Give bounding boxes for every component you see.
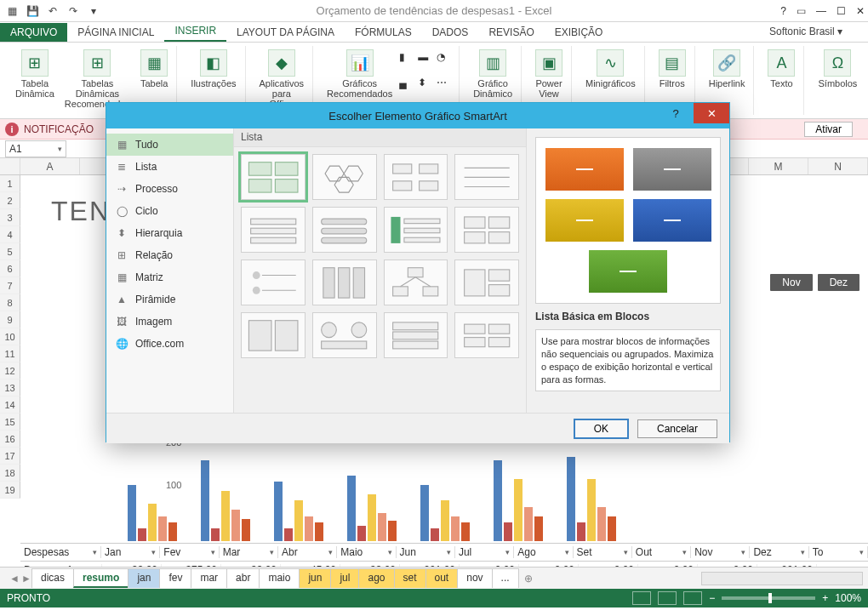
- hyperlink-button[interactable]: 🔗Hiperlink: [705, 48, 749, 90]
- symbols-button[interactable]: ΩSímbolos: [814, 48, 860, 90]
- layout-thumbnail[interactable]: [312, 312, 377, 358]
- layout-thumbnail[interactable]: [454, 154, 519, 200]
- undo-icon[interactable]: ↶: [46, 4, 60, 18]
- category-processo[interactable]: ⇢Processo: [106, 178, 233, 200]
- tab-view[interactable]: EXIBIÇÃO: [545, 23, 614, 42]
- recommended-pivot-button[interactable]: ⊞Tabelas Dinâmicas Recomendadas: [61, 48, 134, 111]
- tab-insert[interactable]: INSERIR: [164, 21, 226, 42]
- sheet-tab-nov[interactable]: nov: [457, 568, 492, 588]
- tab-review[interactable]: REVISÃO: [478, 23, 544, 42]
- expense-header-row[interactable]: Despesas▾Jan▾Fev▾Mar▾Abr▾Maio▾Jun▾Jul▾Ag…: [20, 543, 868, 562]
- layout-thumbnail[interactable]: [241, 207, 306, 253]
- dialog-close-button[interactable]: ✕: [694, 103, 729, 123]
- ok-button[interactable]: OK: [574, 419, 629, 439]
- layout-thumbnail[interactable]: [454, 207, 519, 253]
- layout-thumbnail[interactable]: [241, 154, 306, 200]
- layout-thumbnail[interactable]: [241, 312, 306, 358]
- svg-line-39: [415, 277, 431, 286]
- horizontal-scrollbar[interactable]: [701, 572, 863, 585]
- zoom-out-button[interactable]: −: [709, 592, 715, 604]
- tab-layout[interactable]: LAYOUT DA PÁGINA: [226, 23, 345, 42]
- view-normal-button[interactable]: [632, 591, 651, 605]
- svg-rect-17: [322, 219, 367, 225]
- maximize-icon[interactable]: ☐: [837, 5, 846, 17]
- svg-rect-1: [275, 162, 298, 174]
- layout-preview: [535, 137, 721, 304]
- sheet-tab-set[interactable]: set: [394, 568, 426, 588]
- table-button[interactable]: ▦Tabela: [137, 48, 171, 111]
- category-lista[interactable]: ≣Lista: [106, 156, 233, 178]
- name-box[interactable]: A1▾: [5, 140, 66, 157]
- preview-block: [633, 199, 711, 242]
- sheet-tab-...[interactable]: ...: [492, 568, 519, 588]
- layout-thumbnail[interactable]: [312, 207, 377, 253]
- tab-home[interactable]: PÁGINA INICIAL: [67, 23, 164, 42]
- text-button[interactable]: ATexto: [764, 48, 798, 90]
- layout-thumbnail[interactable]: [384, 312, 448, 358]
- sheet-tab-out[interactable]: out: [425, 568, 459, 588]
- tab-formulas[interactable]: FÓRMULAS: [345, 23, 422, 42]
- pivot-table-button[interactable]: ⊞Tabela Dinâmica: [12, 48, 58, 111]
- layout-thumbnail[interactable]: [384, 260, 448, 305]
- ribbon-toggle-icon[interactable]: ▭: [797, 5, 806, 17]
- svg-rect-27: [488, 231, 509, 242]
- tab-data[interactable]: DADOS: [422, 23, 479, 42]
- dialog-title-bar[interactable]: Escolher Elemento Gráfico SmartArt ? ✕: [106, 103, 729, 128]
- zoom-in-button[interactable]: +: [822, 592, 828, 604]
- layout-thumbnail[interactable]: [454, 260, 519, 305]
- layout-thumbnail[interactable]: [241, 260, 306, 305]
- sheet-tab-mar[interactable]: mar: [191, 568, 227, 588]
- recommended-charts-button[interactable]: 📊Gráficos Recomendados: [323, 48, 396, 100]
- save-icon[interactable]: 💾: [26, 4, 39, 18]
- dialog-help-button[interactable]: ?: [658, 103, 694, 123]
- category-office-com[interactable]: 🌐Office.com: [106, 333, 233, 355]
- qat-customize-icon[interactable]: ▾: [87, 4, 100, 18]
- row-headers[interactable]: 12345678910111213141516171819: [0, 175, 20, 499]
- category-matriz[interactable]: ▦Matriz: [106, 266, 233, 288]
- redo-icon[interactable]: ↷: [66, 4, 80, 18]
- sheet-tab-maio[interactable]: maio: [259, 568, 300, 588]
- sheet-nav-prev[interactable]: ◄: [9, 573, 20, 585]
- sheet-tab-dicas[interactable]: dicas: [31, 568, 74, 588]
- sheet-tab-fev[interactable]: fev: [159, 568, 191, 588]
- category-imagem[interactable]: 🖼Imagem: [106, 311, 233, 333]
- sparklines-button[interactable]: ∿Minigráficos: [582, 48, 639, 90]
- activate-button[interactable]: Ativar: [804, 122, 853, 137]
- cancel-button[interactable]: Cancelar: [637, 419, 717, 438]
- layout-thumbnail[interactable]: [454, 312, 519, 358]
- category-relação[interactable]: ⊞Relação: [106, 244, 233, 266]
- pivot-chart-button[interactable]: ▥Gráfico Dinâmico: [470, 48, 516, 100]
- sheet-nav-next[interactable]: ►: [20, 573, 32, 585]
- help-icon[interactable]: ?: [780, 5, 786, 17]
- sheet-tab-jan[interactable]: jan: [128, 568, 160, 588]
- category-ciclo[interactable]: ◯Ciclo: [106, 200, 233, 222]
- sheet-tab-abr[interactable]: abr: [226, 568, 260, 588]
- illustrations-button[interactable]: ◧Ilustrações: [187, 48, 239, 90]
- zoom-slider[interactable]: [722, 596, 815, 600]
- sheet-tab-resumo[interactable]: resumo: [73, 568, 128, 588]
- category-tudo[interactable]: ▦Tudo: [106, 134, 233, 156]
- power-view-button[interactable]: ▣Power View: [532, 48, 566, 100]
- chart-type-grid[interactable]: ▮▬◔▄⬍⋯: [399, 48, 454, 100]
- sheet-tab-jul[interactable]: jul: [330, 568, 359, 588]
- category-icon: ⬍: [115, 226, 128, 240]
- close-icon[interactable]: ✕: [856, 5, 865, 17]
- filters-button[interactable]: ▤Filtros: [655, 48, 689, 90]
- view-layout-button[interactable]: [658, 591, 677, 605]
- layout-thumbnail[interactable]: [384, 154, 448, 200]
- layout-thumbnail[interactable]: [312, 260, 377, 305]
- layout-thumbnail[interactable]: [312, 154, 377, 200]
- tab-file[interactable]: ARQUIVO: [0, 23, 67, 42]
- layout-thumbnail[interactable]: [384, 207, 448, 253]
- new-sheet-button[interactable]: ⊕: [519, 573, 538, 585]
- svg-marker-4: [326, 166, 345, 181]
- sheet-tab-jun[interactable]: jun: [299, 568, 331, 588]
- account-label[interactable]: Softonic Brasil ▾: [769, 26, 842, 37]
- sheet-tab-ago[interactable]: ago: [358, 568, 394, 588]
- minimize-icon[interactable]: —: [816, 5, 826, 17]
- apps-button[interactable]: ◆Aplicativos para Office: [256, 48, 308, 111]
- document-title: Orçamento de tendências de despesas1 - E…: [317, 4, 552, 17]
- category-hierarquia[interactable]: ⬍Hierarquia: [106, 222, 233, 244]
- view-break-button[interactable]: [683, 591, 702, 605]
- category-pirâmide[interactable]: ▲Pirâmide: [106, 288, 233, 311]
